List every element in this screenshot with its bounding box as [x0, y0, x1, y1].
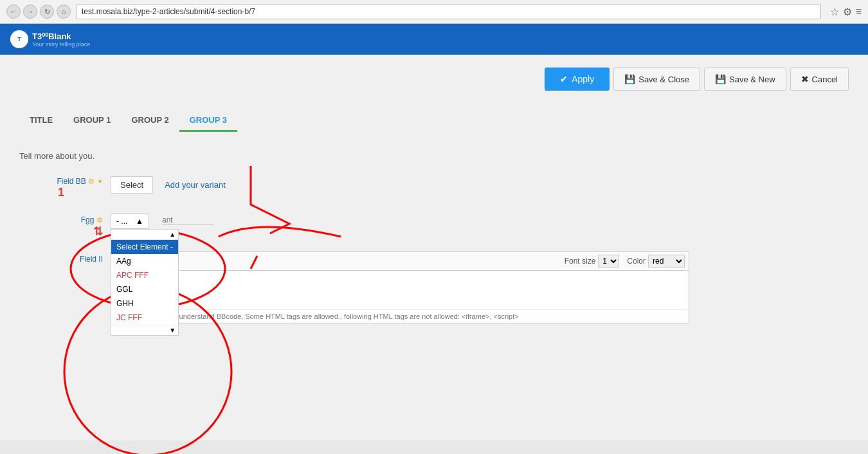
browser-chrome: ← → ↻ ⌂ ☆ ⚙ ≡: [0, 0, 868, 24]
tab-group3[interactable]: GROUP 3: [179, 110, 237, 132]
cancel-button[interactable]: ✖ Cancel: [790, 68, 849, 91]
fgg-comment-input[interactable]: [162, 215, 213, 225]
nav-buttons: ← → ↻ ⌂: [6, 5, 71, 19]
save-close-icon: 💾: [624, 74, 635, 84]
address-bar[interactable]: [76, 4, 821, 19]
logo-area: T T3⁰⁰Blank Your story telling place: [10, 30, 90, 48]
save-new-button[interactable]: 💾 Save & New: [704, 68, 786, 91]
fgg-group: Fgg ⚙ ⇅ - ... ▲ ▲ Select Element - AAg: [19, 212, 849, 239]
browser-icons: ☆ ⚙ ≡: [830, 6, 862, 18]
form-description: Tell more about you.: [19, 151, 849, 161]
dropdown-item-ghh[interactable]: GHH: [111, 296, 178, 311]
apply-check-icon: ✔: [560, 74, 568, 84]
dropdown-scroll-down[interactable]: ▼: [111, 325, 178, 335]
dropdown-item-apc-fff[interactable]: APC FFF: [111, 268, 178, 282]
field-bb-label: Field BB: [57, 173, 86, 186]
field-bb-number: 1: [19, 186, 103, 199]
fgg-dropdown-list[interactable]: ▲ Select Element - AAg APC FFF GGL GHH J…: [111, 229, 179, 336]
main-content: ✔ Apply 💾 Save & Close 💾 Save & New ✖ Ca…: [0, 55, 868, 440]
field-ii-label: Field II: [80, 251, 103, 264]
fgg-dropdown-trigger[interactable]: - ... ▲: [111, 213, 149, 229]
extensions-icon[interactable]: ⚙: [843, 6, 852, 18]
select-button[interactable]: Select: [111, 176, 153, 194]
save-close-button[interactable]: 💾 Save & Close: [613, 68, 700, 91]
fgg-dropdown-value: - ...: [116, 217, 127, 226]
logo-subtitle: Your story telling place: [32, 41, 90, 48]
fgg-dropdown[interactable]: - ... ▲ ▲ Select Element - AAg APC FFF G…: [111, 213, 149, 229]
richtext-footer: and markdown, We understand BBcode, Some…: [111, 309, 689, 323]
refresh-button[interactable]: ↻: [40, 5, 54, 19]
color-label: Color: [627, 257, 646, 266]
richtext-body[interactable]: [111, 271, 689, 309]
tab-group1[interactable]: GROUP 1: [63, 110, 121, 132]
add-variant-link[interactable]: Add your variant: [165, 180, 226, 190]
color-select[interactable]: red blue black green: [648, 255, 685, 268]
cancel-icon: ✖: [801, 74, 809, 84]
dropdown-item-jc-fff[interactable]: JC FFF: [111, 311, 178, 325]
tab-title[interactable]: TITLE: [19, 110, 63, 132]
forward-button[interactable]: →: [23, 5, 37, 19]
richtext-toolbar: U 🖼 □ Font size 1 2 3 Color red blue bla…: [111, 252, 689, 271]
top-nav: T T3⁰⁰Blank Your story telling place: [0, 24, 868, 55]
toolbar: ✔ Apply 💾 Save & Close 💾 Save & New ✖ Ca…: [19, 68, 849, 91]
star-icon[interactable]: ☆: [830, 6, 839, 18]
font-size-label: Font size: [565, 257, 596, 266]
fgg-gear-icon: ⚙: [96, 216, 103, 224]
fgg-exchange-icon: ⇅: [93, 225, 103, 238]
fgg-label: Fgg: [81, 215, 95, 224]
tab-group2[interactable]: GROUP 2: [121, 110, 179, 132]
apply-button[interactable]: ✔ Apply: [545, 68, 610, 91]
home-button[interactable]: ⌂: [57, 5, 71, 19]
logo-text-group: T3⁰⁰Blank Your story telling place: [32, 32, 90, 48]
dropdown-item-aag[interactable]: AAg: [111, 254, 178, 268]
back-button[interactable]: ←: [6, 5, 21, 19]
dropdown-scroll-up[interactable]: ▲: [111, 230, 178, 240]
save-new-icon: 💾: [715, 74, 726, 84]
field-bb-gear-icon: ⚙: [88, 177, 95, 185]
field-bb-group: Field BB ⚙ ✦ 1 Select Add your variant: [19, 174, 849, 199]
logo-title: T3⁰⁰Blank: [32, 32, 90, 41]
dropdown-item-select-element[interactable]: Select Element -: [111, 240, 178, 254]
dropdown-item-ggl[interactable]: GGL: [111, 282, 178, 296]
form-section: Tell more about you. Field BB ⚙ ✦ 1 Sele…: [19, 145, 849, 343]
field-bb-star-icon: ✦: [97, 177, 103, 185]
richtext-container: U 🖼 □ Font size 1 2 3 Color red blue bla…: [111, 251, 689, 323]
tabs: TITLE GROUP 1 GROUP 2 GROUP 3: [19, 110, 849, 132]
fgg-dropdown-arrow: ▲: [136, 217, 143, 226]
menu-icon[interactable]: ≡: [856, 6, 862, 18]
logo-icon: T: [10, 30, 28, 48]
font-size-select[interactable]: 1 2 3: [598, 255, 619, 268]
